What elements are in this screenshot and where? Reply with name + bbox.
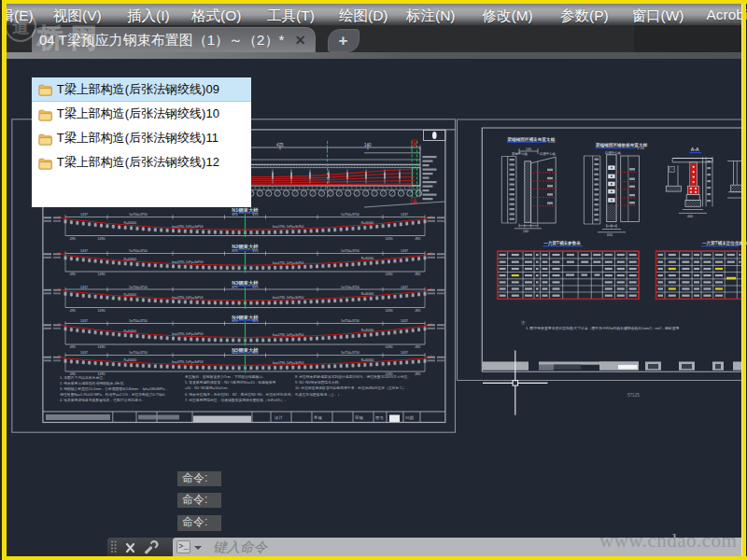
svg-text:1437: 1437 (401, 286, 408, 289)
svg-text:5x750=3750: 5x750=3750 (341, 351, 359, 355)
svg-text:1490: 1490 (98, 237, 106, 241)
svg-text:7. 张拉采用两端张拉，油表读数按实测伸长量校核（允许±6%: 7. 张拉采用两端张拉，油表读数按实测伸长量校核（允许±6%）。 (185, 398, 289, 402)
svg-text:4. 锚具采用群锚体系及配套锚具，性能符合规范要求。: 4. 锚具采用群锚体系及配套锚具，性能符合规范要求。 (60, 398, 146, 402)
svg-text:R=40000: R=40000 (361, 292, 374, 296)
svg-text:1437: 1437 (401, 249, 408, 253)
svg-text:bx=0790, 2xPy=3xP00: bx=0790, 2xPy=3xP00 (172, 296, 203, 300)
svg-text:490: 490 (415, 345, 420, 349)
svg-text:1490: 1490 (386, 237, 393, 241)
svg-text:=10，N1~N5采用=10x2cm。: =10，N1~N5采用=10x2cm。 (185, 385, 231, 390)
svg-text:1:20: 1:20 (548, 139, 557, 144)
svg-text:675: 675 (253, 351, 259, 355)
svg-text:675: 675 (253, 286, 259, 289)
svg-text:490: 490 (415, 237, 420, 241)
svg-text:R=40000: R=40000 (124, 258, 137, 261)
svg-text:1490: 1490 (98, 345, 106, 349)
svg-text:R=40000: R=40000 (124, 358, 137, 362)
svg-text:A: A (413, 198, 417, 204)
svg-text:490: 490 (70, 237, 76, 241)
svg-text:490: 490 (415, 372, 420, 376)
svg-text:1437: 1437 (80, 249, 88, 253)
svg-text:650: 650 (607, 233, 613, 237)
svg-text:R=40000: R=40000 (361, 329, 374, 332)
svg-text:图号: 图号 (375, 415, 384, 420)
svg-text:R=40000: R=40000 (361, 257, 374, 260)
svg-text:57125: 57125 (627, 393, 640, 398)
svg-text:梁端中心线: 梁端中心线 (512, 151, 529, 156)
svg-text:A: A (413, 141, 417, 147)
svg-text:审核: 审核 (355, 415, 363, 420)
svg-text:5x750=3750: 5x750=3750 (341, 286, 359, 289)
svg-text:5x750=3750: 5x750=3750 (341, 213, 359, 217)
svg-text:bx=0790, 2xPy=3xP00: bx=0790, 2xPy=3xP00 (273, 333, 303, 337)
svg-text:1490: 1490 (386, 309, 393, 313)
svg-text:锚固中心线: 锚固中心线 (604, 150, 622, 155)
svg-text:R=40000: R=40000 (124, 293, 137, 297)
svg-text:1490: 1490 (98, 273, 106, 276)
svg-text:675: 675 (253, 213, 259, 217)
svg-text:注:: 注: (521, 320, 526, 325)
svg-text:5x750=3750: 5x750=3750 (341, 249, 359, 253)
svg-text:1437: 1437 (401, 319, 408, 323)
svg-text:1490: 1490 (386, 345, 393, 349)
svg-text:5x750=3750: 5x750=3750 (129, 249, 147, 253)
svg-text:5x750=3750: 5x750=3750 (129, 319, 147, 323)
svg-text:R=40000: R=40000 (124, 329, 137, 333)
svg-text:675: 675 (233, 249, 238, 253)
svg-text:5x750=3750: 5x750=3750 (341, 319, 359, 323)
svg-text:3. 钢绞线公称直径15.2mm，公称截面面积140mm²，: 3. 钢绞线公称直径15.2mm，公称截面面积140mm²，fpk=1860MP… (60, 386, 168, 391)
svg-text:bx=0790, 2xPy=3xP00: bx=0790, 2xPy=3xP00 (172, 225, 203, 229)
svg-text:8. 张拉钢束时砼强度须达到设计强度的90%，弹性模量达10: 8. 张拉钢束时砼强度须达到设计强度的90%，弹性模量达100%方可张拉。 (295, 374, 411, 379)
svg-text:6. 钢束张拉顺序：先张拉N1、N2，再张拉N3~N5，张拉: 6. 钢束张拉顺序：先张拉N1、N2，再张拉N3~N5，张拉程序见说明。 (185, 392, 294, 397)
svg-text:1490: 1490 (98, 309, 106, 313)
svg-text:1437: 1437 (80, 213, 88, 217)
svg-text:bx=0790, 2xPy=3xP00: bx=0790, 2xPy=3xP00 (172, 260, 203, 264)
svg-text:1437: 1437 (401, 213, 408, 217)
svg-text:490: 490 (70, 309, 76, 313)
svg-text:bx=0790, 2xPy=3xP00: bx=0790, 2xPy=3xP00 (172, 360, 203, 364)
svg-text:440: 440 (687, 215, 693, 218)
svg-text:bx=0790, 2xPy=3xP00: bx=0790, 2xPy=3xP00 (273, 361, 303, 365)
svg-text:490: 490 (415, 273, 420, 276)
svg-text:R=40000: R=40000 (124, 221, 137, 225)
svg-text:5x750=3750: 5x750=3750 (129, 213, 147, 217)
svg-text:140: 140 (364, 143, 372, 147)
svg-text:孔道压浆须密实饱满（上，）。: 孔道压浆须密实饱满（上，）。 (295, 392, 345, 397)
svg-text:设计: 设计 (275, 415, 283, 420)
svg-text:675: 675 (233, 319, 238, 323)
svg-text:1. 本图尺寸均以毫米为单位。: 1. 本图尺寸均以毫米为单位。 (60, 375, 106, 380)
svg-text:bx=0790, 2xPy=3xP00: bx=0790, 2xPy=3xP00 (172, 332, 203, 336)
svg-text:bx=0790, 2xPy=3xP00: bx=0790, 2xPy=3xP00 (273, 261, 303, 265)
svg-text:弹性模量Ep=1.95x10⁵MPa，松弛率ρ≤2.5%，张: 弹性模量Ep=1.95x10⁵MPa，松弛率ρ≤2.5%，张拉控制应力0.75f… (60, 392, 168, 397)
svg-text:承压板处，应预留竖多少7cm，下凹应比锚垫板高。: 承压板处，应预留竖多少7cm，下凹应比锚垫板高。 (185, 374, 266, 379)
svg-text:锚固中心线: 锚固中心线 (539, 151, 557, 156)
svg-text:道: 道 (12, 18, 29, 36)
svg-text:490: 490 (415, 309, 420, 313)
svg-text:675: 675 (233, 213, 238, 217)
svg-text:140: 140 (526, 147, 531, 151)
svg-text:日期: 日期 (405, 415, 414, 420)
svg-text:5x750=3750: 5x750=3750 (129, 351, 147, 355)
svg-text:10. 张拉前应将波纹管内杂物清理干净，张拉后48h内压浆（: 10. 张拉前应将波纹管内杂物清理干净，张拉后48h内压浆（压浆标号）， (295, 385, 410, 390)
svg-text:1:20: 1:20 (637, 146, 645, 150)
svg-text:475: 475 (276, 143, 284, 147)
svg-text:1437: 1437 (401, 351, 408, 355)
svg-text:一片梁T钢束定位坐标表: 一片梁T钢束定位坐标表 (702, 240, 747, 246)
svg-text:1437: 1437 (80, 319, 88, 323)
svg-text:490: 490 (70, 273, 76, 276)
svg-text:675: 675 (253, 319, 259, 323)
svg-text:1. 图中钢束竖弯半径已按制造尺寸计算（图中所示R2=切线长: 1. 图中钢束竖弯半径已按制造尺寸计算（图中所示R2=切线长缓和曲线长L=m2）… (526, 326, 681, 330)
svg-text:A-A: A-A (691, 147, 699, 152)
svg-text:bx=0790, 2xPy=3xP00: bx=0790, 2xPy=3xP00 (273, 225, 303, 229)
svg-text:5. 管道采用塑料波纹管：N1~5采用Φ90x=10，锚垫板: 5. 管道采用塑料波纹管：N1~5采用Φ90x=10，锚垫板采用 (185, 380, 276, 385)
svg-text:9. N1~N5钢束锚固端见大样。: 9. N1~N5钢束锚固端见大样。 (295, 380, 342, 385)
svg-text:1437: 1437 (80, 286, 88, 289)
svg-text:复核: 复核 (314, 415, 322, 420)
svg-text:R=40000: R=40000 (361, 221, 374, 225)
svg-text:5x750=3750: 5x750=3750 (129, 286, 147, 289)
svg-text:桥 网: 桥 网 (36, 23, 97, 52)
svg-text:675: 675 (253, 249, 259, 253)
svg-text:1437: 1437 (80, 351, 88, 355)
svg-text:一片梁T钢束参数表: 一片梁T钢束参数表 (543, 240, 581, 246)
svg-text:675: 675 (233, 286, 238, 289)
